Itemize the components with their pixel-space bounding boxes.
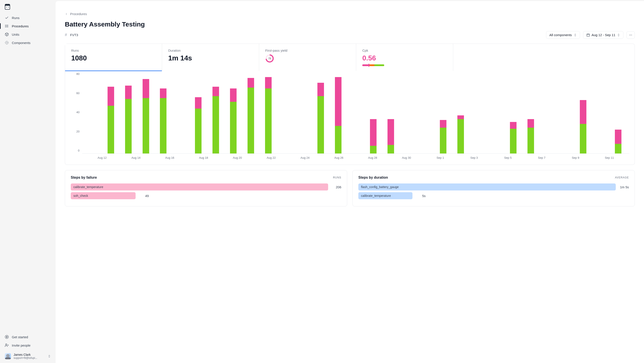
nav-procedures[interactable]: Procedures <box>0 22 56 30</box>
svg-point-7 <box>6 42 8 43</box>
stat-duration-tab[interactable]: Duration 1m 14s <box>162 44 259 71</box>
get-started-link[interactable]: Get started <box>5 333 51 341</box>
x-tick: Aug 14 <box>119 155 153 160</box>
hash-icon: # <box>65 33 67 37</box>
bar-group[interactable] <box>208 77 224 153</box>
bar-group[interactable] <box>540 77 556 153</box>
date-range-picker[interactable]: Aug 12 - Sep 11 <box>583 31 624 39</box>
bar-group[interactable] <box>190 77 206 153</box>
y-tick: 40 <box>76 111 80 114</box>
y-tick: 20 <box>76 130 80 133</box>
procedure-code: FVT3 <box>70 33 78 37</box>
svg-text:73: 73 <box>268 57 271 60</box>
step-row[interactable]: calibrate_temperature5s <box>358 192 629 199</box>
bar-group[interactable] <box>312 77 329 153</box>
bar-group[interactable] <box>330 77 346 153</box>
bar-group[interactable] <box>295 77 312 153</box>
bar-group[interactable] <box>365 77 381 153</box>
nav-runs[interactable]: Runs <box>0 13 56 22</box>
step-value: 5s <box>416 194 426 198</box>
svg-marker-10 <box>6 336 8 338</box>
x-tick: Sep 7 <box>525 155 558 160</box>
bar-group[interactable] <box>470 77 486 153</box>
bar-group[interactable] <box>452 77 469 153</box>
stat-label: Duration <box>168 49 253 52</box>
bar-group[interactable] <box>523 77 539 153</box>
step-bar: calibrate_temperature <box>358 192 412 199</box>
steps-by-duration-panel: Steps by duration AVERAGE flash_config_b… <box>352 170 635 206</box>
box-icon <box>5 32 9 36</box>
x-tick: Aug 18 <box>187 155 220 160</box>
more-actions-button[interactable] <box>626 31 635 39</box>
bar-group[interactable] <box>120 77 136 153</box>
bar-group[interactable] <box>610 77 626 153</box>
bar-group[interactable] <box>278 77 294 153</box>
bar-group[interactable] <box>172 77 189 153</box>
components-filter[interactable]: All components <box>546 31 580 39</box>
panel-title: Steps by failure <box>71 176 97 180</box>
step-row[interactable]: flash_config_battery_gauge1m 5s <box>358 183 629 190</box>
bar-group[interactable] <box>435 77 452 153</box>
chevron-up-down-icon <box>617 33 620 36</box>
nav-label: Components <box>12 41 30 45</box>
bar-group[interactable] <box>505 77 521 153</box>
runs-chart: 020406080 Aug 12Aug 14Aug 16Aug 18Aug 20… <box>65 71 635 165</box>
step-row[interactable]: calibrate_temperature206 <box>71 183 341 190</box>
step-row[interactable]: soh_check49 <box>71 192 341 199</box>
x-tick: Aug 28 <box>356 155 390 160</box>
svg-point-20 <box>631 34 632 35</box>
stat-yield-tab[interactable]: First-pass yield 73 <box>259 44 356 71</box>
chevron-up-down-icon <box>48 355 51 358</box>
bar-group[interactable] <box>383 77 399 153</box>
page-title: Battery Assembly Testing <box>65 20 635 28</box>
nav-units[interactable]: Units <box>0 30 56 38</box>
bar-group[interactable] <box>348 77 364 153</box>
nav-label: Units <box>12 33 19 36</box>
svg-point-19 <box>630 34 631 35</box>
bar-group[interactable] <box>418 77 434 153</box>
bar-group[interactable] <box>575 77 592 153</box>
bar-group[interactable] <box>103 77 119 153</box>
svg-point-4 <box>5 26 6 26</box>
x-tick: Aug 30 <box>390 155 423 160</box>
step-value: 206 <box>331 185 341 189</box>
user-plus-icon <box>5 343 9 347</box>
nav-components[interactable]: Components <box>0 38 56 47</box>
footer-label: Invite people <box>12 344 30 347</box>
bar-group[interactable] <box>260 77 276 153</box>
breadcrumb[interactable]: Procedures <box>65 12 635 16</box>
more-horizontal-icon <box>629 33 632 37</box>
bar-group[interactable] <box>243 77 259 153</box>
steps-by-failure-panel: Steps by failure RUNS calibrate_temperat… <box>65 170 347 206</box>
stat-cpk-tab[interactable]: Cpk 0.56 <box>356 44 453 71</box>
svg-point-5 <box>5 27 6 27</box>
user-menu[interactable]: James Clark support+fit@tofupi... <box>0 350 56 360</box>
bar-group[interactable] <box>85 77 102 153</box>
cpk-bar <box>362 64 384 66</box>
step-bar: calibrate_temperature <box>71 183 328 190</box>
x-tick: Sep 5 <box>491 155 525 160</box>
bar-group[interactable] <box>558 77 574 153</box>
bar-group[interactable] <box>225 77 242 153</box>
bar-group[interactable] <box>592 77 609 153</box>
y-tick: 80 <box>76 72 80 75</box>
x-tick: Aug 22 <box>254 155 288 160</box>
stat-label: Cpk <box>362 49 447 52</box>
calendar-icon <box>586 33 590 37</box>
stat-runs-tab[interactable]: Runs 1080 <box>65 44 162 71</box>
x-tick: Aug 24 <box>288 155 322 160</box>
bar-group[interactable] <box>400 77 416 153</box>
bar-group[interactable] <box>138 77 154 153</box>
sidebar: Runs Procedures Units Components Get sta… <box>0 0 56 363</box>
bar-group[interactable] <box>488 77 504 153</box>
target-icon <box>5 41 9 45</box>
step-bar: soh_check <box>71 192 136 199</box>
stat-value: 1m 14s <box>168 54 253 62</box>
stat-label: First-pass yield <box>265 49 350 52</box>
invite-people-link[interactable]: Invite people <box>5 341 51 350</box>
svg-rect-14 <box>587 34 590 36</box>
nav-label: Procedures <box>12 24 29 28</box>
stat-value: 0.56 <box>362 54 447 62</box>
svg-point-11 <box>6 344 7 345</box>
bar-group[interactable] <box>155 77 172 153</box>
